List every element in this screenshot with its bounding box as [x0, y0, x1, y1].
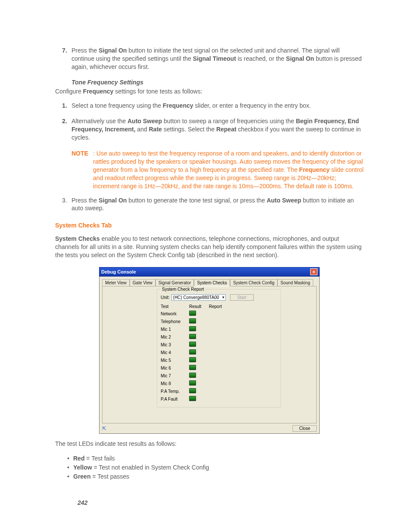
step-number: 1.	[62, 102, 67, 110]
unit-select[interactable]: (HC) Converge880TA00	[171, 294, 226, 301]
col-result: Result	[189, 304, 205, 309]
result-led	[189, 396, 205, 402]
text-run: button to generate the tone test signal,…	[127, 197, 267, 204]
bold-run: Yellow	[73, 464, 92, 471]
led-icon	[189, 380, 196, 386]
step-number: 2.	[62, 117, 67, 125]
resize-icon[interactable]: ⇱	[102, 426, 106, 432]
test-name: Mic 1	[161, 327, 185, 332]
close-icon[interactable]: ×	[310, 268, 318, 275]
result-led	[189, 318, 205, 324]
result-led	[189, 365, 205, 371]
bold-run: Signal On	[99, 197, 127, 204]
table-row: Mic 5	[161, 357, 277, 363]
bold-run: Frequency	[299, 166, 330, 173]
tab-system-checks[interactable]: System Checks	[194, 279, 230, 286]
list-item: Red = Test fails	[67, 454, 364, 463]
text-run: and	[135, 126, 149, 133]
bold-run: Green	[73, 473, 90, 480]
test-name: Mic 4	[161, 350, 185, 355]
tab-signal-generator[interactable]: Signal Generator	[156, 279, 194, 286]
led-bullets: Red = Test fails Yellow = Test not enabl…	[67, 454, 364, 481]
led-icon	[189, 326, 196, 331]
section-heading: System Checks Tab	[55, 222, 364, 229]
list-item: Yellow = Test not enabled in System Chec…	[67, 463, 364, 472]
bold-run: System Checks	[55, 235, 100, 242]
bold-run: Auto Sweep	[128, 118, 162, 124]
start-button[interactable]: Start	[230, 294, 254, 301]
bold-run: Signal On	[99, 47, 127, 54]
test-name: Mic 7	[161, 373, 185, 378]
tab-gate-view[interactable]: Gate View	[130, 279, 156, 286]
text-run: = Test passes	[90, 473, 129, 480]
tab-meter-view[interactable]: Meter View	[102, 279, 130, 286]
ordered-step-1: 1. Select a tone frequency using the Fre…	[72, 102, 364, 110]
text-run: Press the	[72, 197, 99, 204]
dialog-bottom-bar: ⇱ Close	[102, 425, 317, 432]
tab-panel: System Check Report Unit: (HC) Converge8…	[102, 286, 317, 423]
close-button[interactable]: Close	[293, 425, 317, 432]
result-led	[189, 357, 205, 363]
note-label-text: NOTE	[72, 150, 88, 157]
result-led	[189, 311, 205, 317]
text-run: = Test not enabled in System Check Confi…	[92, 464, 209, 471]
result-led	[189, 334, 205, 340]
bold-run: Signal On	[286, 55, 314, 62]
test-name: Network	[161, 311, 185, 316]
tab-system-check-config[interactable]: System Check Config	[230, 279, 277, 286]
test-name: Mic 2	[161, 335, 185, 339]
tab-sound-masking[interactable]: Sound Masking	[277, 279, 313, 286]
page-number: 242	[78, 499, 87, 506]
intro-line: Configure Frequency settings for tone te…	[55, 87, 364, 96]
result-led	[189, 342, 205, 348]
body-paragraph: System Checks enable you to test network…	[55, 235, 364, 259]
table-header-row: Test Result Report	[161, 304, 277, 309]
test-name: Mic 3	[161, 342, 185, 347]
table-row: Mic 8	[161, 380, 277, 386]
bold-run: Red	[73, 455, 84, 462]
led-icon	[189, 357, 196, 362]
step-number: 7.	[62, 47, 67, 55]
ordered-step-2: 2. Alternatively use the Auto Sweep butt…	[72, 117, 364, 142]
groupbox-legend: System Check Report	[161, 287, 205, 292]
text-run: slider, or enter a frequency in the entr…	[193, 102, 311, 109]
bold-run: Frequency	[163, 102, 193, 109]
text-run: Press the	[72, 47, 99, 54]
test-name: P.A Fault	[161, 397, 185, 401]
bold-run: Rate	[149, 126, 162, 133]
table-row: Mic 3	[161, 342, 277, 348]
text-run: is reached, or the	[236, 55, 286, 62]
test-name: Mic 8	[161, 381, 185, 386]
test-name: Mic 5	[161, 358, 185, 363]
window-body: Meter View Gate View Signal Generator Sy…	[99, 277, 320, 434]
bold-run: Auto Sweep	[267, 197, 301, 204]
table-row: Mic 4	[161, 349, 277, 355]
led-icon	[189, 311, 196, 316]
step-number: 3.	[62, 196, 67, 205]
text-run: :	[93, 150, 97, 157]
bold-run: Frequency	[83, 88, 114, 95]
note-label: NOTE	[72, 149, 93, 190]
test-name: P.A Temp.	[161, 389, 185, 394]
test-name: Telephone	[161, 319, 185, 324]
col-report: Report	[209, 304, 224, 309]
result-led	[189, 326, 205, 332]
text-run: Configure	[55, 88, 83, 95]
table-row: Telephone	[161, 318, 277, 324]
table-row: Network	[161, 311, 277, 317]
text-run: = Test fails	[84, 455, 115, 462]
result-led	[189, 380, 205, 386]
unit-row: Unit: (HC) Converge880TA00 Start	[161, 294, 277, 301]
led-icon	[189, 349, 196, 355]
embedded-screenshot: Debug Console × Meter View Gate View Sig…	[99, 267, 320, 434]
led-icon	[189, 334, 196, 339]
table-row: Mic 2	[161, 334, 277, 340]
led-icon	[189, 396, 196, 401]
test-name: Mic 6	[161, 366, 185, 370]
table-row: P.A Temp.	[161, 388, 277, 394]
bold-run: Signal Timeout	[193, 55, 236, 62]
note-text: : Use auto sweep to test the frequency r…	[93, 149, 364, 190]
text-run: Alternatively use the	[72, 118, 128, 124]
led-icon	[189, 342, 196, 347]
tab-strip: Meter View Gate View Signal Generator Sy…	[102, 279, 317, 286]
